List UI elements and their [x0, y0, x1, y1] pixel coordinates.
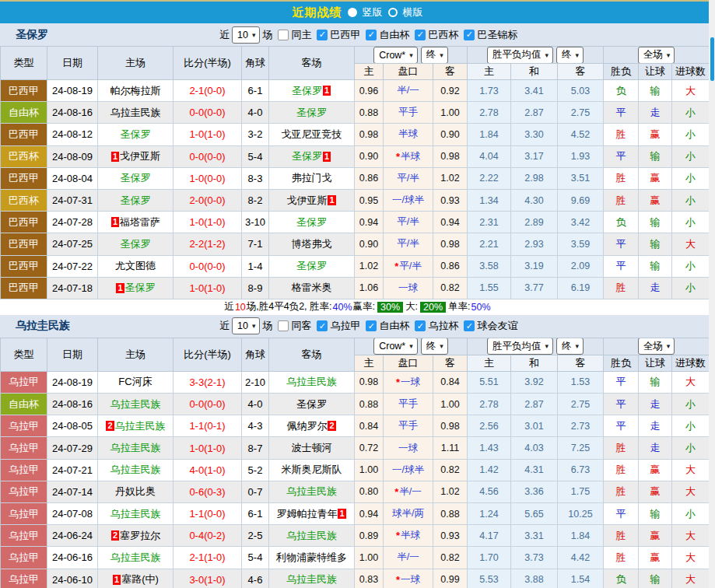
odds-source-select[interactable]: Crow*▾ — [373, 47, 418, 64]
corner-cell: 8-7 — [242, 437, 269, 459]
team-name: 圣保罗 — [121, 194, 151, 208]
avg-home-odds-cell: 4.17 — [468, 525, 511, 547]
avg-odds-value: 3.17 — [524, 151, 543, 162]
league-filter-checkbox[interactable]: ✓ — [464, 30, 475, 40]
score-cell: 0-0(0-0) — [173, 256, 242, 278]
score-cell: 3-3(2-1) — [173, 372, 242, 394]
corner-cell: 8-3 — [242, 168, 269, 190]
league-type-cell: 乌拉甲 — [1, 569, 47, 588]
scrollbar-thumb[interactable] — [710, 37, 714, 81]
horizontal-layout-label[interactable]: 横版 — [403, 5, 423, 19]
league-filter-label: 巴圣锦标 — [477, 28, 517, 42]
away-odds-cell: 0.88 — [433, 503, 468, 525]
select-value: 终 — [562, 48, 572, 61]
avg-draw-odds-cell: 2.87 — [511, 394, 558, 415]
home-team-cell: 乌拉圭民族 — [98, 102, 173, 124]
home-odds-cell: 0.90 — [355, 233, 384, 255]
team-name: 戈伊亚斯 — [120, 149, 160, 163]
avg-state-select[interactable]: 终▾ — [556, 338, 584, 355]
away-odds-cell: 0.99 — [433, 569, 468, 588]
handicap-star: * — [396, 530, 400, 541]
league-filter-checkbox[interactable]: ✓ — [415, 30, 426, 40]
avg-draw-odds-cell: 2.98 — [511, 168, 558, 190]
away-odds-cell: 1.00 — [433, 394, 468, 415]
away-team-cell: 戈伊亚斯1 — [269, 190, 355, 212]
team-name: 塞路(中) — [121, 572, 159, 586]
league-filter-checkbox[interactable]: ✓ — [464, 320, 475, 331]
select-value: 胜平负均值 — [492, 340, 542, 353]
avg-draw-odds-cell: 2.87 — [511, 102, 558, 124]
home-odds-cell: 0.98 — [355, 372, 384, 394]
vertical-layout-radio[interactable] — [348, 8, 357, 17]
goals-over-under-cell: 小 — [672, 415, 710, 437]
sub-column-header: 主 — [468, 64, 511, 80]
match-count-select[interactable]: 10▾ — [232, 26, 260, 44]
league-filter-checkbox[interactable]: ✓ — [317, 30, 328, 40]
team-name: 佩纳罗尔 — [286, 419, 327, 433]
sub-column-header: 客 — [558, 64, 604, 80]
home-odds-cell: 0.86 — [355, 168, 384, 190]
league-filter-checkbox[interactable]: ✓ — [366, 320, 377, 331]
avg-odds-value: 2.87 — [524, 399, 543, 410]
away-odds-cell: 0.98 — [433, 146, 468, 168]
team-name: 塞罗拉尔 — [120, 529, 160, 543]
date-cell: 24-07-18 — [47, 278, 98, 299]
handicap-star: * — [394, 486, 398, 498]
summary-segment: 大: — [405, 300, 418, 313]
score-cell: 1-0(1-0) — [173, 278, 242, 299]
corner-cell: 8-2 — [242, 190, 269, 212]
score-cell: 3-0(1-0) — [173, 569, 242, 588]
odds-source-select[interactable]: Crow*▾ — [373, 338, 418, 355]
sub-column-header: 主 — [355, 355, 384, 372]
league-filter-checkbox[interactable]: ✓ — [415, 320, 426, 331]
handicap-cell: 球半/两 — [384, 503, 433, 525]
league-filter-checkbox[interactable]: ✓ — [366, 30, 377, 40]
home-odds-cell: 0.98 — [355, 124, 384, 145]
league-filter-label: 球会友谊 — [477, 319, 517, 333]
home-team-cell: 乌拉圭民族 — [98, 547, 173, 569]
avg-odds-value: 3.58 — [479, 261, 498, 271]
match-scope-select[interactable]: 全场▾ — [638, 47, 675, 64]
handicap-cell: 一/球半 — [384, 190, 433, 212]
horizontal-layout-radio[interactable] — [388, 8, 398, 17]
handicap-cell: 平/半 — [384, 233, 433, 255]
sub-column-header: 和 — [511, 64, 558, 80]
red-card-badge: 2 — [106, 421, 114, 431]
select-value: 终 — [426, 48, 436, 61]
away-team-cell: 弗拉门戈 — [269, 168, 355, 190]
vertical-layout-label[interactable]: 竖版 — [363, 5, 383, 19]
avg-draw-odds-cell: 3.01 — [511, 415, 558, 437]
match-count-select[interactable]: 10▾ — [232, 317, 260, 334]
goals-over-under-cell: 小 — [672, 394, 710, 415]
team-name: 戈亚尼亚竞技 — [282, 128, 342, 142]
same-venue-label: 同主 — [291, 28, 311, 42]
avg-odds-select[interactable]: 胜平负均值▾ — [487, 47, 553, 64]
score-cell: 1-0(0-0) — [173, 168, 242, 190]
avg-odds-group: 胜平负均值▾终▾ — [468, 338, 604, 355]
column-header: 主场 — [98, 338, 173, 372]
match-result-cell: 负 — [604, 80, 639, 102]
team-name: 圣保罗 — [296, 106, 327, 120]
match-scope-select[interactable]: 全场▾ — [638, 338, 675, 355]
league-filter-checkbox[interactable]: ✓ — [317, 320, 328, 331]
avg-odds-select[interactable]: 胜平负均值▾ — [487, 338, 553, 355]
avg-state-select[interactable]: 终▾ — [556, 47, 584, 64]
score-cell: 0-0(0-0) — [173, 102, 242, 124]
away-team-cell: 米斯奥尼斯队 — [269, 460, 355, 481]
away-team-cell: 格雷米奥 — [269, 278, 355, 299]
team-name: 圣保罗 — [296, 215, 327, 229]
goals-over-under-cell: 大 — [672, 372, 710, 394]
odds-state-select[interactable]: 终▾ — [421, 47, 448, 64]
same-venue-checkbox[interactable] — [278, 320, 289, 331]
avg-home-odds-cell: 3.58 — [468, 256, 511, 278]
same-venue-checkbox[interactable] — [278, 30, 289, 40]
score-text: 1-0(1-0) — [189, 216, 225, 228]
select-value: Crow* — [379, 341, 405, 352]
odds-state-select[interactable]: 终▾ — [421, 338, 448, 355]
handicap-cell: 平/半 — [384, 168, 433, 190]
table-header: 类型日期主场比分(半场)角球客场Crow*▾终▾胜平负均值▾终▾全场▾主盘口客主… — [0, 46, 715, 80]
goals-over-under-cell: 大 — [672, 525, 710, 547]
avg-away-odds-cell: 2.73 — [558, 415, 604, 437]
away-team-cell: 佩纳罗尔2 — [269, 415, 355, 437]
home-team-cell: 1戈伊亚斯 — [98, 146, 173, 168]
